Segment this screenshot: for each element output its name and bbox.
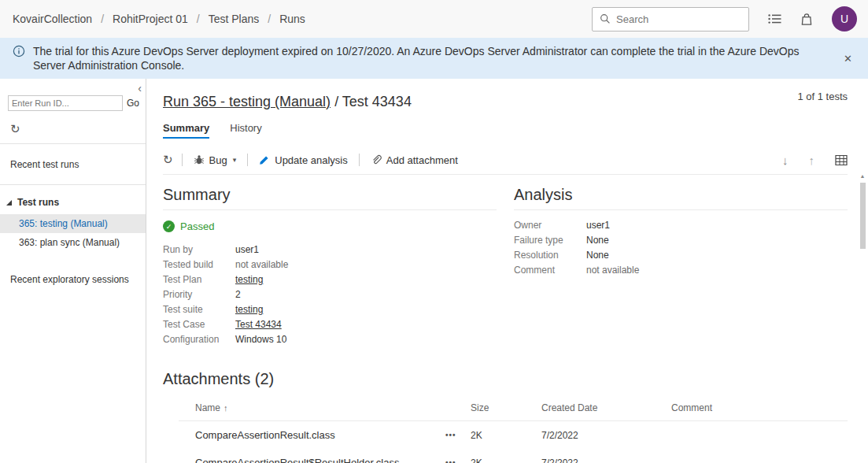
column-header-size[interactable]: Size: [471, 402, 541, 413]
search-box[interactable]: [592, 7, 749, 31]
recent-exploratory-sessions-link[interactable]: Recent exploratory sessions: [10, 274, 135, 285]
avatar[interactable]: U: [832, 6, 857, 31]
table-row[interactable]: CompareAssertionResult$ResultHolder.clas…: [179, 449, 848, 463]
field-row: Configuration Windows 10: [163, 335, 497, 345]
column-header-name[interactable]: Name↑: [179, 402, 445, 413]
tab-history[interactable]: History: [230, 122, 261, 139]
field-row: Priority 2: [163, 290, 497, 300]
field-label: Run by: [163, 245, 235, 255]
breadcrumb-separator: /: [197, 13, 200, 25]
top-bar: KovairCollection / RohitProject 01 / Tes…: [0, 0, 868, 38]
vertical-scrollbar[interactable]: ▲: [858, 173, 867, 463]
chevron-down-icon: ▾: [233, 156, 237, 164]
refresh-icon[interactable]: ↻: [163, 153, 173, 167]
search-icon: [600, 13, 611, 24]
attachment-created-date: 7/2/2022: [541, 430, 671, 441]
update-analysis-label: Update analysis: [275, 154, 348, 166]
run-title-link[interactable]: Run 365 - testing (Manual): [163, 94, 331, 109]
title-row: Run 365 - testing (Manual) / Test 43434 …: [163, 90, 848, 110]
attachments-heading: Attachments (2): [163, 370, 848, 388]
status-badge: Passed: [180, 220, 214, 232]
trial-banner: The trial for this Azure DevOps Server d…: [0, 38, 868, 79]
bug-button[interactable]: Bug ▾: [191, 154, 239, 166]
field-value: None: [586, 250, 609, 261]
edit-pencil-icon: [259, 154, 270, 165]
info-icon: [13, 45, 25, 57]
sidebar-item-run-365[interactable]: 365: testing (Manual): [0, 214, 146, 233]
add-attachment-button[interactable]: Add attachment: [368, 154, 460, 166]
summary-section: Summary ✓ Passed Run by user1 Tested bui…: [163, 186, 497, 350]
test-suite-link[interactable]: testing: [235, 305, 263, 315]
toolbar: ↻ Bug ▾ Update analysis Add attachment ↓…: [163, 146, 848, 175]
title-separator: /: [334, 94, 338, 109]
field-label: Test Plan: [163, 275, 235, 285]
topbar-actions: U: [592, 6, 857, 31]
test-case-link[interactable]: Test 43434: [235, 320, 282, 330]
attachment-name-link[interactable]: CompareAssertionResult.class: [179, 429, 445, 441]
field-label: Test suite: [163, 305, 235, 315]
field-value: Windows 10: [235, 335, 286, 345]
breadcrumb-separator: /: [268, 13, 271, 25]
bug-icon: [194, 154, 205, 165]
next-test-arrow-icon[interactable]: ↑: [809, 154, 815, 167]
field-label: Owner: [514, 220, 586, 231]
run-id-input[interactable]: [8, 95, 123, 111]
paperclip-icon: [371, 154, 382, 165]
table-row[interactable]: CompareAssertionResult.class ••• 2K 7/2/…: [179, 421, 848, 449]
breadcrumb-runs[interactable]: Runs: [279, 13, 305, 25]
field-label: Failure type: [514, 235, 586, 246]
field-row: Tested build not available: [163, 260, 497, 270]
tab-summary[interactable]: Summary: [163, 122, 209, 139]
summary-fields: Run by user1 Tested build not available …: [163, 245, 497, 345]
attachment-size: 2K: [471, 457, 541, 463]
field-label: Priority: [163, 290, 235, 300]
field-row: Test Case Test 43434: [163, 320, 497, 330]
breadcrumb-project[interactable]: RohitProject 01: [113, 13, 188, 25]
breadcrumb-test-plans[interactable]: Test Plans: [209, 13, 260, 25]
previous-test-arrow-icon[interactable]: ↓: [782, 154, 789, 167]
column-header-comment[interactable]: Comment: [671, 402, 848, 413]
content-area: ‹ Go ↻ Recent test runs Test runs 365: t…: [0, 79, 868, 463]
analysis-section: Analysis Owner user1 Failure type None R…: [514, 186, 848, 350]
outcome-status: ✓ Passed: [163, 220, 497, 232]
field-label: Test Case: [163, 320, 235, 330]
marketplace-bag-icon[interactable]: [800, 13, 813, 26]
more-actions-icon[interactable]: •••: [445, 431, 471, 439]
close-icon[interactable]: ✕: [844, 53, 852, 65]
go-button[interactable]: Go: [127, 98, 139, 109]
sort-asc-icon: ↑: [223, 403, 228, 413]
breadcrumb: KovairCollection / RohitProject 01 / Tes…: [13, 13, 305, 25]
test-case-title: Test 43434: [342, 94, 412, 109]
field-label: Comment: [514, 265, 586, 276]
recent-test-runs-link[interactable]: Recent test runs: [10, 159, 135, 170]
sidebar-item-run-363[interactable]: 363: plan sync (Manual): [0, 233, 146, 252]
attachments-section: Attachments (2) Name↑ Size Created Date …: [163, 370, 848, 463]
update-analysis-button[interactable]: Update analysis: [257, 154, 350, 166]
field-label: Configuration: [163, 335, 235, 345]
column-header-created[interactable]: Created Date: [541, 402, 671, 413]
refresh-icon[interactable]: ↻: [10, 122, 20, 135]
scrollbar-thumb[interactable]: [860, 183, 866, 249]
scrollbar-up-arrow-icon[interactable]: ▲: [858, 173, 867, 179]
list-icon[interactable]: [768, 13, 781, 24]
sidebar-divider: [0, 184, 146, 185]
field-row: Test Plan testing: [163, 275, 497, 285]
field-row: Run by user1: [163, 245, 497, 255]
more-actions-icon[interactable]: •••: [445, 458, 471, 463]
attachment-created-date: 7/2/2022: [541, 457, 671, 463]
toolbar-right: ↓ ↑: [782, 154, 848, 167]
attachment-name-link[interactable]: CompareAssertionResult$ResultHolder.clas…: [179, 457, 445, 463]
sidebar-refresh: ↻: [10, 122, 146, 136]
search-input[interactable]: [616, 13, 741, 25]
grid-view-icon[interactable]: [835, 154, 848, 166]
summary-heading: Summary: [163, 186, 497, 210]
test-plan-link[interactable]: testing: [235, 275, 263, 285]
sidebar-collapse-icon[interactable]: ‹: [138, 82, 142, 94]
run-id-search: Go: [8, 95, 139, 111]
pivot-tabs: Summary History: [163, 122, 848, 139]
test-runs-tree-header[interactable]: Test runs: [6, 197, 146, 208]
toolbar-separator: [182, 154, 183, 166]
field-label: Tested build: [163, 260, 235, 270]
detail-columns: Summary ✓ Passed Run by user1 Tested bui…: [163, 186, 848, 350]
breadcrumb-collection[interactable]: KovairCollection: [13, 13, 92, 25]
